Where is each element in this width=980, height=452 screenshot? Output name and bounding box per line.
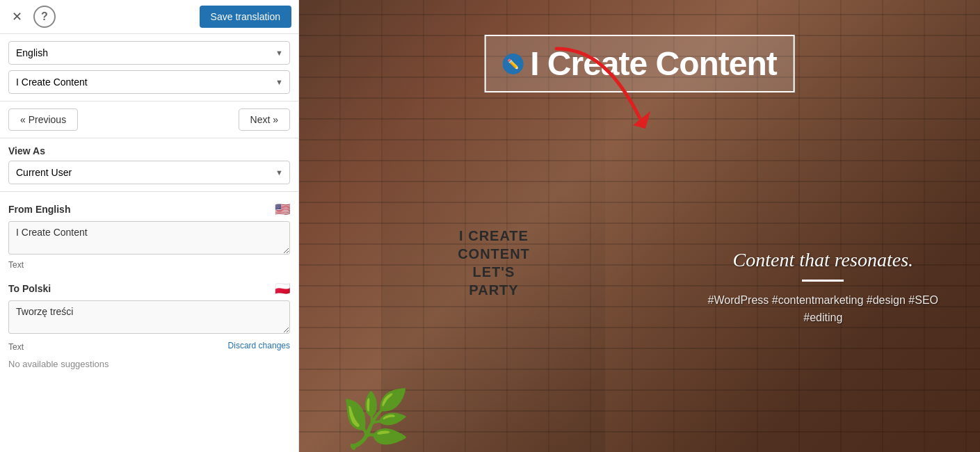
no-suggestions-text: No available suggestions: [8, 359, 290, 369]
help-button[interactable]: ?: [33, 6, 56, 28]
from-flag: 🇺🇸: [275, 202, 290, 217]
tagline-text: Content that resonates.: [708, 249, 938, 271]
content-overlay: Content that resonates. #WordPress #cont…: [708, 249, 938, 327]
selected-title-box[interactable]: ✏️ I Create Content: [484, 35, 795, 92]
content-select[interactable]: I Create Content Home About Contact: [8, 70, 290, 94]
save-translation-button[interactable]: Save translation: [200, 6, 291, 28]
to-flag: 🇵🇱: [275, 281, 290, 296]
view-as-label: View As: [8, 145, 290, 156]
previous-button[interactable]: « Previous: [8, 108, 78, 131]
view-as-section: View As Current User Admin Guest: [0, 138, 298, 192]
underline-decoration: [802, 280, 844, 282]
discard-changes-link[interactable]: Discard changes: [228, 341, 290, 350]
hero-background: ✏️ I Create Content I CREATECONTENTLET'S…: [299, 0, 980, 452]
person-silhouette: I CREATECONTENTLET'SPARTY: [383, 49, 605, 452]
language-select-wrapper: English Polish French German Spanish: [8, 41, 290, 65]
translation-section: From English 🇺🇸 I Create Content Text To…: [0, 192, 298, 452]
to-field-type: Text: [8, 342, 24, 352]
view-as-select-wrapper: Current User Admin Guest: [8, 161, 290, 184]
edit-icon: ✏️: [502, 54, 523, 74]
person-area: I CREATECONTENTLET'SPARTY: [383, 49, 605, 452]
controls-section: English Polish French German Spanish I C…: [0, 34, 298, 102]
svg-marker-0: [633, 111, 650, 129]
from-lang-label: From English: [8, 204, 70, 215]
right-panel: ✏️ I Create Content I CREATECONTENTLET'S…: [299, 0, 980, 452]
view-as-select[interactable]: Current User Admin Guest: [8, 161, 290, 184]
selected-title-text: I Create Content: [530, 45, 777, 83]
language-select[interactable]: English Polish French German Spanish: [8, 41, 290, 65]
from-field-type: Text: [8, 260, 290, 270]
close-button[interactable]: ✕: [7, 7, 26, 26]
next-button[interactable]: Next »: [239, 108, 290, 131]
tshirt-text: I CREATECONTENTLET'SPARTY: [458, 227, 530, 299]
to-lang-header: To Polski 🇵🇱: [8, 281, 290, 296]
to-translation-textarea[interactable]: Tworzę treści: [8, 300, 290, 334]
to-lang-label: To Polski: [8, 283, 51, 294]
content-select-wrapper: I Create Content Home About Contact: [8, 70, 290, 94]
top-bar: ✕ ? Save translation: [0, 0, 298, 34]
to-lang-section: To Polski 🇵🇱 Tworzę treści Text Discard …: [8, 281, 290, 369]
discard-row: Text Discard changes: [8, 339, 290, 352]
from-translation-textarea[interactable]: I Create Content: [8, 221, 290, 255]
hashtags-text: #WordPress #contentmarketing #design #SE…: [708, 291, 938, 327]
from-lang-header: From English 🇺🇸: [8, 202, 290, 217]
left-panel: ✕ ? Save translation English Polish Fren…: [0, 0, 299, 452]
plant-decoration: 🌿: [341, 387, 410, 452]
nav-buttons: « Previous Next »: [0, 102, 298, 138]
